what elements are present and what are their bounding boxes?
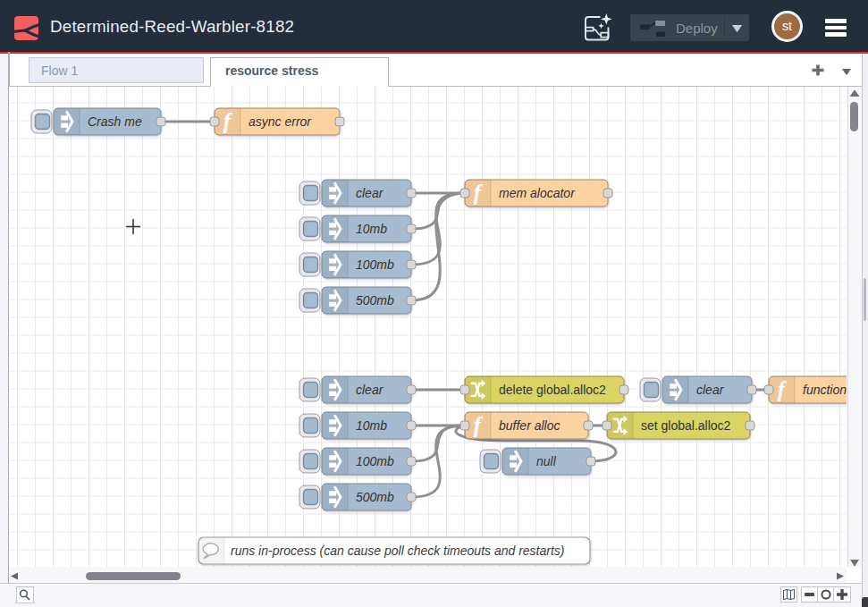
svg-text:10mb: 10mb	[356, 418, 387, 433]
svg-text:Crash me: Crash me	[88, 114, 142, 129]
svg-text:function 1: function 1	[803, 383, 847, 397]
svg-text:mem alocator: mem alocator	[499, 186, 576, 200]
svg-text:null: null	[536, 454, 557, 468]
svg-text:100mb: 100mb	[356, 454, 394, 468]
svg-text:async error: async error	[249, 114, 312, 129]
svg-text:runs in-process (can cause pol: runs in-process (can cause poll check ti…	[231, 544, 565, 558]
svg-text:delete global.alloc2: delete global.alloc2	[499, 383, 606, 397]
svg-text:500mb: 500mb	[356, 490, 394, 504]
svg-text:set global.alloc2: set global.alloc2	[641, 418, 731, 433]
svg-text:buffer alloc: buffer alloc	[499, 418, 560, 433]
svg-text:100mb: 100mb	[356, 257, 394, 272]
svg-text:500mb: 500mb	[356, 293, 394, 308]
svg-text:10mb: 10mb	[356, 222, 387, 236]
svg-text:clear: clear	[696, 383, 725, 397]
svg-text:clear: clear	[356, 186, 384, 200]
svg-text:clear: clear	[356, 383, 384, 397]
